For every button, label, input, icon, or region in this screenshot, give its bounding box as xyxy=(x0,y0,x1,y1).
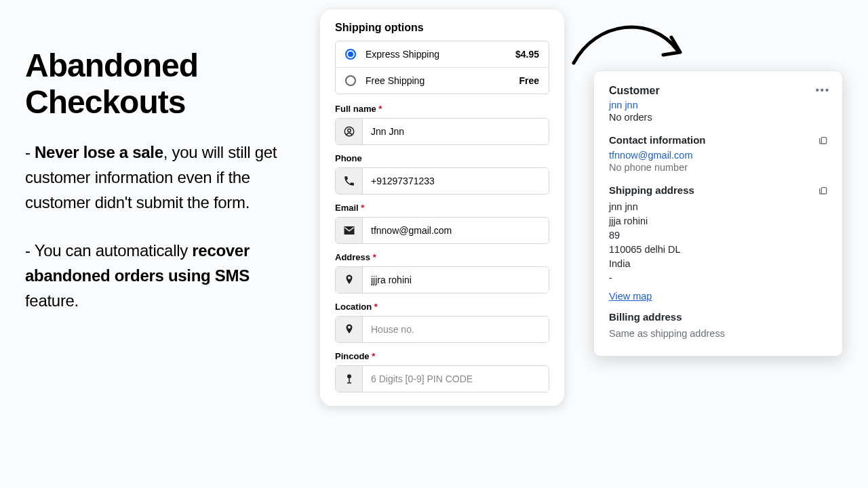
email-field[interactable] xyxy=(335,217,549,244)
svg-rect-6 xyxy=(821,138,826,144)
address-label: Address * xyxy=(335,252,549,262)
address-field[interactable] xyxy=(335,266,549,293)
email-input[interactable] xyxy=(363,218,549,243)
page-title: Abandoned Checkouts xyxy=(25,47,303,121)
address-input[interactable] xyxy=(363,267,549,293)
customer-card: ••• Customer jnn jnn No orders Contact i… xyxy=(593,70,843,357)
svg-rect-7 xyxy=(821,188,826,194)
email-label: Email * xyxy=(335,203,549,213)
phone-icon xyxy=(336,168,363,194)
customer-orders: No orders xyxy=(609,110,827,125)
svg-point-1 xyxy=(347,129,351,132)
mail-icon xyxy=(336,218,363,243)
shipping-option-price: Free xyxy=(519,75,539,86)
map-pin-icon xyxy=(336,267,363,293)
pincode-label: Pincode * xyxy=(335,351,549,361)
radio-icon xyxy=(345,75,356,86)
svg-rect-4 xyxy=(349,378,350,383)
map-pin-icon xyxy=(336,317,363,342)
customer-name-link[interactable]: jnn jnn xyxy=(609,100,638,110)
fullname-field[interactable] xyxy=(335,118,549,145)
addr-line: India xyxy=(609,257,827,271)
svg-point-3 xyxy=(347,374,351,378)
addr-line: jjja rohini xyxy=(609,214,827,228)
marketing-para-2: - You can automatically recover abandone… xyxy=(25,238,303,314)
copy-email-icon[interactable] xyxy=(818,136,829,146)
phone-label: Phone xyxy=(335,153,549,163)
customer-email-link[interactable]: tfnnow@gmail.com xyxy=(609,150,693,161)
phone-field[interactable] xyxy=(335,167,549,195)
copy-address-icon[interactable] xyxy=(818,186,829,197)
person-icon xyxy=(336,119,363,144)
billing-address-heading: Billing address xyxy=(609,311,827,323)
pincode-field[interactable] xyxy=(335,365,549,392)
pin-icon xyxy=(336,366,363,392)
checkout-form-card: Shipping options Express Shipping $4.95 … xyxy=(320,9,564,406)
fullname-input[interactable] xyxy=(363,119,549,144)
location-field[interactable] xyxy=(335,316,549,343)
shipping-address-heading: Shipping address xyxy=(609,184,827,196)
shipping-option-label: Express Shipping xyxy=(366,49,439,60)
location-input[interactable] xyxy=(363,317,549,342)
shipping-option-free[interactable]: Free Shipping Free xyxy=(336,68,549,94)
marketing-copy: Abandoned Checkouts - Never lose a sale,… xyxy=(25,47,303,337)
marketing-para-1: - Never lose a sale, you will still get … xyxy=(25,140,303,216)
shipping-options-group: Express Shipping $4.95 Free Shipping Fre… xyxy=(335,41,549,94)
contact-info-heading: Contact information xyxy=(609,134,827,146)
shipping-option-price: $4.95 xyxy=(515,49,539,60)
fullname-label: Full name * xyxy=(335,104,549,114)
billing-note: Same as shipping address xyxy=(609,327,827,341)
addr-line: 89 xyxy=(609,228,827,243)
more-menu-icon[interactable]: ••• xyxy=(816,85,830,96)
pincode-input[interactable] xyxy=(363,366,549,392)
shipping-option-label: Free Shipping xyxy=(366,75,425,86)
shipping-option-express[interactable]: Express Shipping $4.95 xyxy=(336,41,549,68)
addr-line: jnn jnn xyxy=(609,200,827,214)
location-label: Location * xyxy=(335,302,549,312)
addr-line: 110065 delhi DL xyxy=(609,243,827,257)
customer-phone-note: No phone number xyxy=(609,161,827,175)
addr-line: - xyxy=(609,271,827,285)
view-map-link[interactable]: View map xyxy=(609,291,652,302)
radio-icon xyxy=(345,49,356,60)
phone-input[interactable] xyxy=(363,168,549,194)
customer-heading: Customer xyxy=(609,85,827,97)
shipping-options-heading: Shipping options xyxy=(335,22,549,34)
svg-rect-5 xyxy=(347,382,351,384)
